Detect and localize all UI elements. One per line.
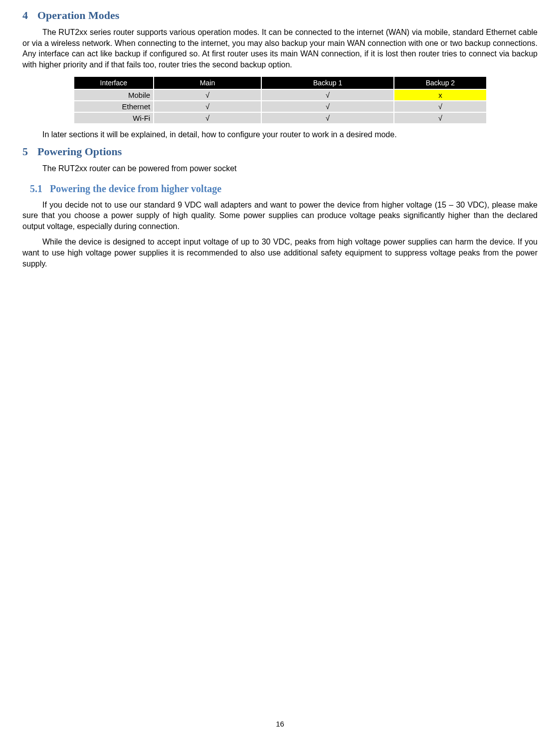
cell-iface: Wi-Fi	[74, 113, 154, 123]
table-header-row: Interface Main Backup 1 Backup 2	[74, 77, 486, 89]
cell-main: √	[154, 113, 261, 123]
section-4-number: 4	[22, 9, 37, 22]
section-4-para-2: In later sections it will be explained, …	[22, 129, 538, 140]
th-backup1: Backup 1	[262, 77, 394, 89]
section-5-number: 5	[22, 145, 37, 158]
cell-b2: √	[394, 113, 486, 123]
cell-b2: √	[394, 101, 486, 112]
cell-iface: Ethernet	[74, 101, 154, 112]
section-5-1-heading: 5.1Powering the device from higher volta…	[22, 183, 538, 195]
th-backup2: Backup 2	[394, 77, 486, 89]
cell-b1: √	[262, 90, 394, 100]
cell-main: √	[154, 90, 261, 100]
section-4-heading: 4Operation Modes	[22, 9, 538, 22]
section-5-1-number: 5.1	[30, 183, 50, 195]
th-main: Main	[154, 77, 261, 89]
page-number: 16	[0, 720, 560, 728]
section-4-title: Operation Modes	[37, 9, 119, 21]
table-row: Ethernet √ √ √	[74, 101, 486, 112]
section-4-para-1: The RUT2xx series router supports variou…	[22, 27, 538, 70]
section-5-title: Powering Options	[37, 145, 122, 158]
th-interface: Interface	[74, 77, 154, 89]
section-5-1-para-2: While the device is designed to accept i…	[22, 237, 538, 269]
cell-b2: x	[394, 90, 486, 100]
section-5-para-1: The RUT2xx router can be powered from po…	[22, 163, 538, 174]
operation-modes-table: Interface Main Backup 1 Backup 2 Mobile …	[73, 76, 487, 124]
cell-main: √	[154, 101, 261, 112]
table-row: Wi-Fi √ √ √	[74, 113, 486, 123]
cell-b1: √	[262, 113, 394, 123]
section-5-1-para-1: If you decide not to use our standard 9 …	[22, 200, 538, 232]
cell-b1: √	[262, 101, 394, 112]
cell-iface: Mobile	[74, 90, 154, 100]
section-5-1-title: Powering the device from higher voltage	[50, 183, 221, 194]
table-row: Mobile √ √ x	[74, 90, 486, 100]
section-5-heading: 5Powering Options	[22, 145, 538, 158]
